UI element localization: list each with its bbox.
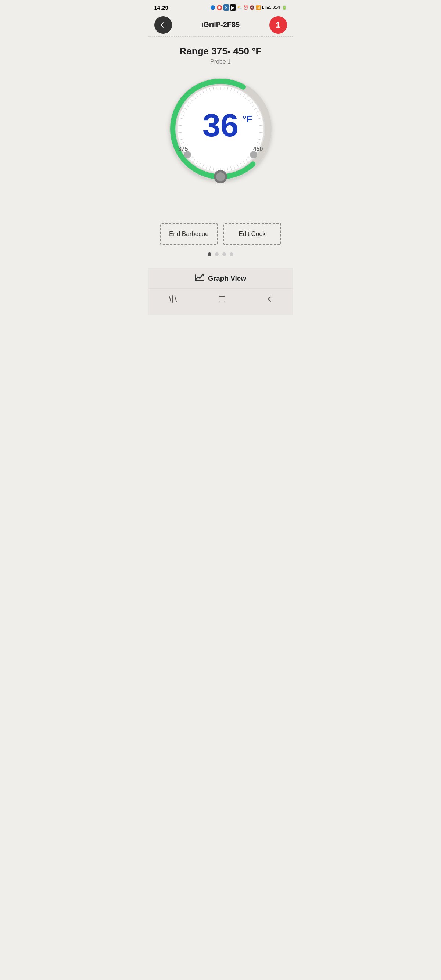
page-dot-3 xyxy=(222,253,226,256)
wifi-icon: 📶 xyxy=(256,5,261,10)
battery-icon: 61% xyxy=(272,5,280,10)
nav-back-button[interactable] xyxy=(258,294,280,307)
header: iGrill³-2F85 1 xyxy=(148,13,293,37)
probe-label: Probe 1 xyxy=(210,59,231,65)
main-content: Range 375- 450 °F Probe 1 xyxy=(148,37,293,268)
alarm-icon: ⏰ xyxy=(243,5,248,10)
app-icon: ▶ xyxy=(230,5,236,11)
notification-badge[interactable]: 1 xyxy=(269,16,287,34)
page-dot-2 xyxy=(215,253,219,256)
nav-bar xyxy=(148,288,293,315)
page-dot-1 xyxy=(208,253,211,256)
status-icons: 🔵 ⭕ S ▶ ⛅ ⏰ 🔇 📶 LTE1 61% 🔋 xyxy=(210,5,287,11)
svg-text:375: 375 xyxy=(178,146,188,152)
buttons-section: End Barbecue Edit Cook xyxy=(154,223,287,245)
header-title: iGrill³-2F85 xyxy=(172,21,269,29)
gauge-svg: 36 °F 375 450 xyxy=(166,74,275,191)
svg-point-75 xyxy=(184,151,191,158)
svg-text:°F: °F xyxy=(242,113,252,124)
mute-icon: 🔇 xyxy=(250,5,255,10)
svg-text:36: 36 xyxy=(202,107,239,143)
svg-point-76 xyxy=(250,151,257,158)
status-time: 14:29 xyxy=(154,5,168,11)
graph-view-button[interactable]: Graph View xyxy=(154,274,287,283)
page-dot-4 xyxy=(230,253,233,256)
back-arrow-icon xyxy=(159,21,167,29)
weather-icon: ⛅ xyxy=(237,5,242,10)
back-button[interactable] xyxy=(154,16,172,34)
ring-icon: ⭕ xyxy=(217,5,222,10)
battery-symbol: 🔋 xyxy=(282,5,287,10)
status-bar: 14:29 🔵 ⭕ S ▶ ⛅ ⏰ 🔇 📶 LTE1 61% 🔋 xyxy=(148,0,293,13)
s-icon: S xyxy=(223,5,229,11)
notification-count: 1 xyxy=(275,20,280,30)
nav-home-button[interactable] xyxy=(210,293,234,307)
messenger-icon: 🔵 xyxy=(210,5,215,10)
range-title: Range 375- 450 °F xyxy=(180,46,262,57)
edit-cook-button[interactable]: Edit Cook xyxy=(223,223,281,245)
svg-rect-88 xyxy=(219,296,225,302)
gauge-container: 36 °F 375 450 xyxy=(166,74,275,191)
svg-line-87 xyxy=(175,296,177,302)
graph-icon xyxy=(195,274,204,283)
lte-icon: LTE1 xyxy=(262,5,271,10)
svg-line-85 xyxy=(169,296,171,302)
svg-text:450: 450 xyxy=(253,146,263,152)
graph-view-label: Graph View xyxy=(208,275,246,283)
end-barbecue-button[interactable]: End Barbecue xyxy=(160,223,218,245)
svg-point-78 xyxy=(216,172,225,181)
page-dots xyxy=(208,253,233,256)
nav-menu-button[interactable] xyxy=(161,294,186,307)
bottom-bar: Graph View xyxy=(148,268,293,288)
